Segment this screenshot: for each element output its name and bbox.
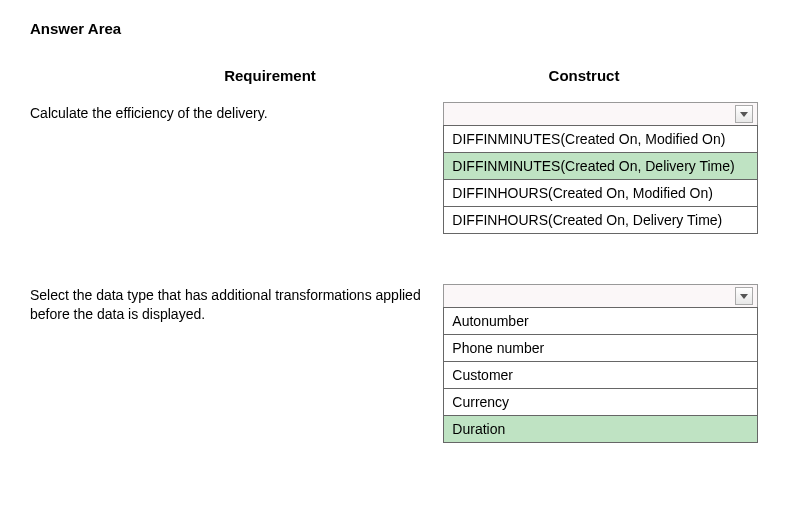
requirement-text: Select the data type that has additional… — [30, 284, 443, 324]
dropdown-option[interactable]: Currency — [444, 388, 757, 415]
column-headers: Requirement Construct — [30, 67, 758, 84]
dropdown-option[interactable]: DIFFINMINUTES(Created On, Modified On) — [444, 125, 757, 152]
dropdown-option[interactable]: Duration — [444, 415, 757, 442]
answer-area-title: Answer Area — [30, 20, 758, 37]
requirement-text: Calculate the efficiency of the delivery… — [30, 102, 443, 123]
svg-marker-1 — [740, 294, 748, 299]
svg-marker-0 — [740, 112, 748, 117]
dropdown-option[interactable]: Customer — [444, 361, 757, 388]
header-requirement: Requirement — [30, 67, 450, 84]
dropdown-option[interactable]: DIFFINHOURS(Created On, Modified On) — [444, 179, 757, 206]
question-row: Select the data type that has additional… — [30, 284, 758, 443]
dropdown-option[interactable]: Autonumber — [444, 307, 757, 334]
construct-cell: DIFFINMINUTES(Created On, Modified On) D… — [443, 102, 758, 234]
construct-cell: Autonumber Phone number Customer Currenc… — [443, 284, 758, 443]
dropdown-options: DIFFINMINUTES(Created On, Modified On) D… — [443, 125, 758, 234]
dropdown-select[interactable] — [443, 284, 758, 308]
header-construct: Construct — [450, 67, 758, 84]
dropdown-option[interactable]: Phone number — [444, 334, 757, 361]
chevron-down-icon — [735, 287, 753, 305]
dropdown-option[interactable]: DIFFINHOURS(Created On, Delivery Time) — [444, 206, 757, 233]
dropdown-select[interactable] — [443, 102, 758, 126]
chevron-down-icon — [735, 105, 753, 123]
dropdown-options: Autonumber Phone number Customer Currenc… — [443, 307, 758, 443]
question-row: Calculate the efficiency of the delivery… — [30, 102, 758, 234]
dropdown-option[interactable]: DIFFINMINUTES(Created On, Delivery Time) — [444, 152, 757, 179]
